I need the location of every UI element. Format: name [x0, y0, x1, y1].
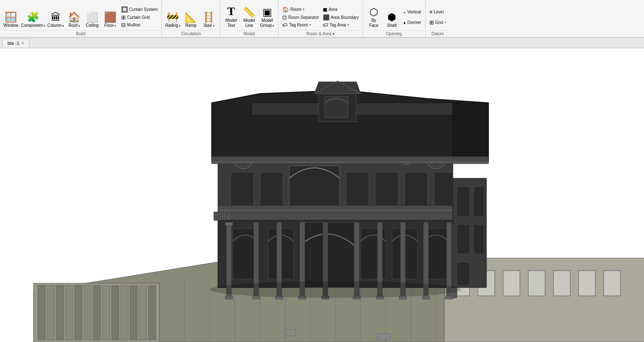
model-text-label: ModelText: [226, 18, 237, 28]
mullion-icon: ⊟: [121, 22, 126, 28]
by-face-button[interactable]: ⬡ ByFace: [365, 5, 383, 29]
model-group-button[interactable]: ▣ ModelGroup: [258, 5, 276, 29]
shaft-label: Shaft: [387, 23, 397, 28]
svg-rect-50: [285, 329, 296, 336]
svg-rect-184: [457, 187, 470, 216]
svg-rect-185: [457, 225, 470, 254]
level-icon: ≡: [429, 9, 433, 15]
svg-rect-36: [130, 285, 138, 340]
floor-label: Floor: [104, 23, 117, 28]
room-separator-label: Room Separator: [288, 15, 319, 20]
ceiling-button[interactable]: ⬜ Ceiling: [83, 5, 101, 29]
model-line-icon: 📏: [243, 6, 255, 18]
ribbon-group-circulation: 🚧 Railing 📐 Ramp 🪜 Stair Circulation: [162, 0, 220, 37]
tag-room-button[interactable]: 🏷 Tag Room ▾: [280, 21, 320, 29]
window-button[interactable]: 🪟 Window: [2, 5, 20, 29]
room-area-left: 🏠 Room ▾ ⊡ Room Separator 🏷 Tag Room ▾: [280, 5, 320, 29]
svg-rect-53: [260, 172, 283, 210]
vertical-icon: ⬦: [403, 9, 406, 15]
ramp-button[interactable]: 📐 Ramp: [182, 5, 200, 29]
tag-area-label: Tag Area: [330, 23, 346, 27]
area-boundary-label: Area Boundary: [331, 15, 359, 20]
grid-icon: ⊞: [429, 19, 434, 26]
shaft-button[interactable]: ⬢ Shaft: [383, 5, 401, 29]
column-icon: 🏛: [51, 11, 61, 23]
svg-marker-195: [453, 103, 488, 162]
mullion-button[interactable]: ⊟ Mullion: [119, 21, 159, 29]
ribbon-group-opening: ⬡ ByFace ⬢ Shaft ⬦ Vertical ⬧ Dormer: [363, 0, 426, 37]
ribbon-group-model: T ModelText 📏 ModelLine ▣ ModelGroup Mod…: [220, 0, 278, 37]
dormer-button[interactable]: ⬧ Dormer: [401, 19, 423, 26]
curtain-grid-icon: ⊞: [121, 14, 126, 21]
roof-label: Roof: [69, 23, 80, 28]
ceiling-icon: ⬜: [86, 11, 99, 23]
curtain-grid-button[interactable]: ⊞ Curtain Grid: [119, 14, 159, 21]
area-boundary-button[interactable]: ⬛ Area Boundary: [321, 14, 361, 21]
railing-icon: 🚧: [166, 11, 179, 23]
area-buttons: ◼ Area ⬛ Area Boundary 🏷 Tag Area ▾: [321, 5, 361, 29]
svg-rect-182: [445, 296, 453, 299]
ribbon: 🪟 Window 🧩 Component 🏛 Column 🏠 Roof ⬜: [0, 0, 644, 38]
view-tab[interactable]: bte -1 ×: [2, 39, 29, 47]
svg-rect-28: [56, 285, 64, 340]
svg-rect-197: [212, 157, 488, 161]
component-label: Component: [21, 23, 45, 28]
ceiling-label: Ceiling: [86, 23, 99, 28]
svg-rect-31: [84, 285, 91, 340]
svg-point-198: [210, 281, 461, 298]
building-3d-view: [0, 48, 644, 342]
svg-rect-181: [422, 296, 430, 299]
model-text-button[interactable]: T ModelText: [222, 5, 240, 29]
ramp-label: Ramp: [185, 23, 197, 28]
component-button[interactable]: 🧩 Component: [20, 5, 46, 29]
floor-button[interactable]: 🟫 Floor: [101, 5, 119, 29]
model-group-label: ModelGroup: [260, 18, 275, 28]
svg-rect-34: [112, 285, 119, 340]
svg-rect-186: [457, 262, 470, 285]
area-button[interactable]: ◼ Area: [321, 6, 361, 13]
room-label: Room: [290, 7, 301, 12]
svg-rect-44: [553, 271, 570, 296]
stair-button[interactable]: 🪜 Stair: [200, 5, 218, 29]
svg-rect-46: [604, 271, 621, 296]
level-label: Level: [434, 10, 444, 14]
curtain-system-icon: 🔲: [121, 6, 128, 13]
opening-small-btns: ⬦ Vertical ⬧ Dormer: [401, 5, 423, 29]
svg-rect-58: [434, 172, 453, 210]
svg-rect-27: [47, 285, 55, 340]
ramp-icon: 📐: [184, 11, 197, 23]
svg-rect-56: [375, 172, 398, 210]
svg-rect-30: [75, 285, 82, 340]
ribbon-content: 🪟 Window 🧩 Component 🏛 Column 🏠 Roof ⬜: [0, 0, 644, 37]
window-label: Window: [3, 23, 18, 28]
svg-rect-72: [218, 206, 453, 209]
tab-label: bte -1: [8, 41, 19, 46]
vertical-button[interactable]: ⬦ Vertical: [401, 8, 423, 16]
grid-button[interactable]: ⊞ Grid ▾: [428, 19, 448, 26]
curtain-grid-label: Curtain Grid: [127, 15, 150, 20]
railing-button[interactable]: 🚧 Railing: [164, 5, 182, 29]
tag-area-button[interactable]: 🏷 Tag Area ▾: [321, 21, 361, 29]
model-line-button[interactable]: 📏 ModelLine: [240, 5, 258, 29]
roof-button[interactable]: 🏠 Roof: [65, 5, 83, 29]
svg-rect-174: [252, 296, 260, 299]
curtain-system-button[interactable]: 🔲 Curtain System: [119, 6, 159, 13]
column-button[interactable]: 🏛 Column: [47, 5, 65, 29]
ribbon-group-build: 🪟 Window 🧩 Component 🏛 Column 🏠 Roof ⬜: [0, 0, 162, 37]
floor-icon: 🟫: [104, 11, 117, 23]
svg-rect-187: [474, 187, 484, 216]
window-icon: 🪟: [5, 11, 17, 23]
shaft-icon: ⬢: [387, 11, 396, 23]
svg-rect-172: [225, 296, 233, 299]
svg-rect-47: [377, 334, 390, 340]
column-label: Column: [47, 23, 64, 28]
viewport-canvas[interactable]: [0, 48, 644, 342]
datum-group-label: Datum: [428, 30, 448, 37]
room-button[interactable]: 🏠 Room ▾: [280, 6, 320, 13]
component-icon: 🧩: [27, 11, 39, 23]
dormer-icon: ⬧: [403, 19, 406, 26]
tab-close-button[interactable]: ×: [21, 40, 24, 46]
room-separator-button[interactable]: ⊡ Room Separator: [280, 14, 320, 21]
ribbon-group-datum: ≡ Level ⊞ Grid ▾ Datum: [426, 0, 450, 37]
level-button[interactable]: ≡ Level: [428, 8, 448, 16]
